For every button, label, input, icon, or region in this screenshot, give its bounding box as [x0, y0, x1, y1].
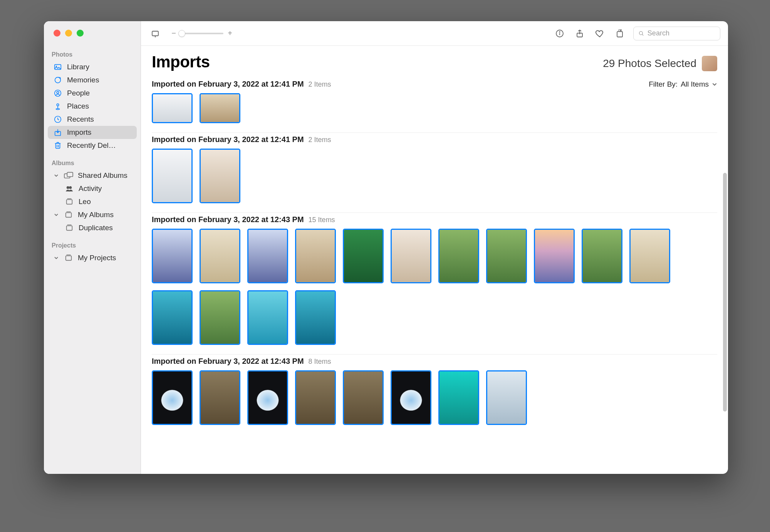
section-title[interactable]: Imported on February 3, 2022 at 12:43 PM — [152, 357, 304, 366]
photo-thumbnail[interactable] — [438, 229, 479, 283]
svg-rect-12 — [67, 172, 73, 177]
places-icon — [53, 102, 62, 111]
photo-thumbnail[interactable] — [247, 290, 288, 345]
photo-thumbnail[interactable] — [200, 149, 240, 203]
thumbnail-grid — [152, 146, 717, 212]
window-close-button[interactable] — [54, 30, 60, 37]
photo-thumbnail[interactable] — [629, 229, 670, 283]
sidebar-item-my-albums[interactable]: My Albums — [48, 208, 137, 221]
sidebar-item-label: Duplicates — [79, 224, 113, 232]
thumbnail-image — [631, 230, 669, 282]
filter-value: All Items — [681, 80, 709, 89]
photo-thumbnail[interactable] — [152, 149, 193, 203]
avatar[interactable] — [702, 56, 717, 71]
chevron-down-icon[interactable] — [53, 256, 59, 260]
sidebar-item-leo[interactable]: Leo — [48, 195, 137, 208]
photo-thumbnail[interactable] — [582, 229, 622, 283]
thumbnail-image — [440, 230, 478, 282]
sidebar-item-label: Recents — [67, 115, 94, 124]
page-title: Imports — [152, 53, 210, 71]
scrollbar[interactable] — [723, 173, 727, 412]
app-window: PhotosLibraryMemoriesPeoplePlacesRecents… — [44, 21, 728, 474]
window-minimize-button[interactable] — [65, 30, 72, 37]
album-icon — [65, 197, 74, 206]
chevron-down-icon[interactable] — [53, 212, 59, 217]
sidebar-item-activity[interactable]: Activity — [48, 182, 137, 195]
photo-thumbnail[interactable] — [295, 290, 336, 345]
photo-thumbnail[interactable] — [391, 229, 431, 283]
rotate-button[interactable] — [613, 27, 626, 40]
sidebar-heading: Photos — [48, 47, 137, 60]
svg-rect-19 — [67, 226, 72, 231]
sidebar-item-places[interactable]: Places — [48, 100, 137, 113]
content: Imports 29 Photos Selected Imported on F… — [141, 46, 728, 474]
sidebar-item-my-projects[interactable]: My Projects — [48, 251, 137, 264]
section-title[interactable]: Imported on February 3, 2022 at 12:41 PM — [152, 135, 304, 144]
photo-thumbnail[interactable] — [152, 370, 193, 425]
activity-icon — [65, 184, 74, 193]
zoom-out-icon: − — [171, 29, 176, 38]
search-box[interactable] — [633, 27, 720, 40]
photo-thumbnail[interactable] — [152, 229, 193, 283]
thumbnail-image — [153, 230, 191, 282]
sidebar-heading: Projects — [48, 238, 137, 251]
library-icon — [53, 62, 62, 72]
thumbnail-grid — [152, 226, 717, 353]
sidebar-item-shared-albums[interactable]: Shared Albums — [48, 169, 137, 182]
chevron-down-icon[interactable] — [53, 173, 59, 178]
scrollbar-thumb[interactable] — [723, 173, 727, 412]
thumbnail-image — [487, 230, 526, 282]
sidebar-item-label: My Projects — [78, 254, 116, 262]
window-controls — [44, 21, 141, 46]
photo-thumbnail[interactable] — [200, 229, 240, 283]
sidebar: PhotosLibraryMemoriesPeoplePlacesRecents… — [44, 21, 141, 474]
photo-thumbnail[interactable] — [200, 93, 240, 123]
selection-count: 29 Photos Selected — [603, 57, 696, 70]
thumbnail-image — [440, 371, 478, 424]
photo-thumbnail[interactable] — [343, 370, 384, 425]
info-button[interactable] — [553, 27, 566, 40]
zoom-track[interactable] — [180, 33, 223, 34]
photo-thumbnail[interactable] — [152, 93, 193, 123]
photo-thumbnail[interactable] — [200, 290, 240, 345]
filter-by[interactable]: Filter By: All Items — [649, 80, 717, 89]
photo-thumbnail[interactable] — [200, 370, 240, 425]
album-icon — [65, 223, 74, 233]
photo-thumbnail[interactable] — [247, 229, 288, 283]
sidebar-item-library[interactable]: Library — [48, 60, 137, 74]
photo-thumbnail[interactable] — [152, 290, 193, 345]
section-title[interactable]: Imported on February 3, 2022 at 12:41 PM — [152, 80, 304, 89]
thumbnail-image — [296, 230, 335, 282]
sidebar-item-recently-deleted[interactable]: Recently Del… — [48, 139, 137, 152]
photo-thumbnail[interactable] — [343, 229, 384, 283]
photo-thumbnail[interactable] — [391, 370, 431, 425]
photo-thumbnail[interactable] — [295, 229, 336, 283]
sidebar-item-recents[interactable]: Recents — [48, 113, 137, 126]
aspect-button[interactable] — [149, 27, 162, 40]
svg-point-30 — [639, 31, 643, 35]
share-button[interactable] — [573, 27, 586, 40]
photo-thumbnail[interactable] — [486, 370, 527, 425]
photo-thumbnail[interactable] — [295, 370, 336, 425]
svg-point-27 — [559, 32, 560, 32]
recents-icon — [53, 115, 62, 124]
photo-thumbnail[interactable] — [438, 370, 479, 425]
zoom-thumb[interactable] — [178, 30, 185, 37]
thumbnail-image — [535, 230, 574, 282]
sidebar-item-memories[interactable]: Memories — [48, 74, 137, 87]
photo-thumbnail[interactable] — [534, 229, 575, 283]
toolbar: − + — [141, 21, 728, 46]
sidebar-item-people[interactable]: People — [48, 87, 137, 100]
window-zoom-button[interactable] — [77, 30, 84, 37]
sidebar-item-duplicates[interactable]: Duplicates — [48, 221, 137, 234]
section-count: 2 Items — [309, 136, 331, 144]
photo-thumbnail[interactable] — [247, 370, 288, 425]
zoom-slider[interactable]: − + — [171, 29, 233, 38]
section-title[interactable]: Imported on February 3, 2022 at 12:43 PM — [152, 215, 304, 224]
memories-icon — [53, 75, 62, 85]
search-input[interactable] — [648, 29, 715, 37]
favorite-button[interactable] — [593, 27, 606, 40]
sidebar-item-imports[interactable]: Imports — [48, 126, 137, 139]
svg-point-13 — [67, 187, 69, 189]
photo-thumbnail[interactable] — [486, 229, 527, 283]
